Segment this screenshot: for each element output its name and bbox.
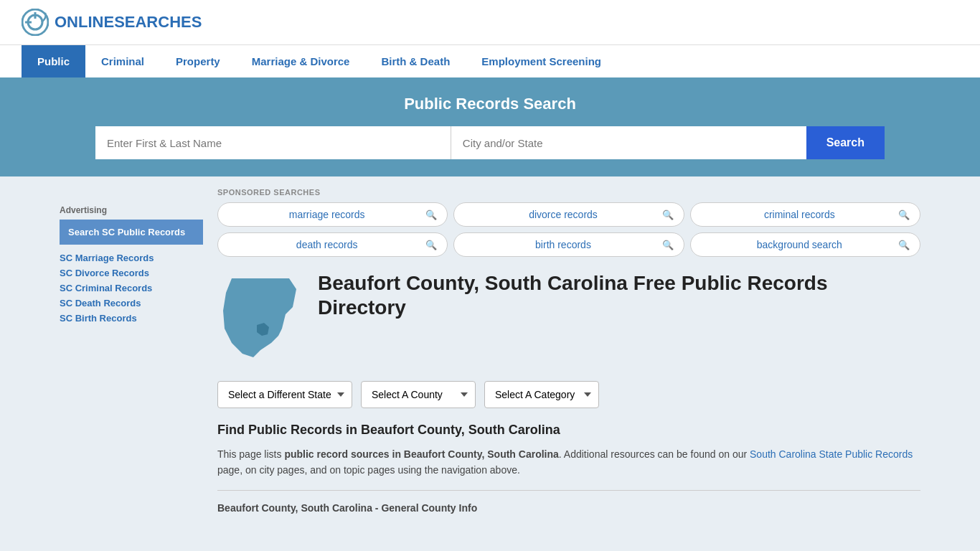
name-input[interactable] (95, 126, 451, 159)
section-divider (217, 490, 920, 491)
main-nav: Public Criminal Property Marriage & Divo… (0, 44, 980, 77)
search-icon-2: 🔍 (662, 209, 674, 220)
sidebar-link-marriage[interactable]: SC Marriage Records (60, 250, 203, 265)
sponsored-label: SPONSORED SEARCHES (217, 188, 920, 197)
pill-marriage-text: marriage records (228, 209, 425, 220)
pill-birth-text: birth records (464, 239, 661, 250)
pill-death-text: death records (228, 239, 425, 250)
state-dropdown[interactable]: Select a Different State (217, 381, 352, 408)
nav-item-employment[interactable]: Employment Screening (466, 45, 617, 77)
pill-divorce-text: divorce records (464, 209, 661, 220)
search-icon-3: 🔍 (898, 209, 910, 220)
pill-marriage[interactable]: marriage records 🔍 (217, 202, 448, 227)
pill-background[interactable]: background search 🔍 (690, 232, 920, 257)
sc-state-link[interactable]: South Carolina State Public Records (750, 448, 913, 460)
search-icon-1: 🔍 (425, 209, 437, 220)
nav-item-property[interactable]: Property (160, 45, 236, 77)
search-bar: Search (95, 126, 885, 159)
county-section: Beaufort County, South Carolina Free Pub… (217, 271, 920, 367)
sidebar-link-birth[interactable]: SC Birth Records (60, 311, 203, 326)
pill-death[interactable]: death records 🔍 (217, 232, 448, 257)
state-map (217, 271, 303, 367)
nav-item-public[interactable]: Public (22, 45, 85, 77)
main-content: SPONSORED SEARCHES marriage records 🔍 di… (203, 176, 920, 528)
hero-title: Public Records Search (22, 95, 958, 113)
county-title: Beaufort County, South Carolina Free Pub… (318, 271, 920, 319)
search-icon-4: 🔍 (425, 240, 437, 250)
find-description: This page lists public record sources in… (217, 446, 920, 479)
logo-text: ONLINESEARCHES (55, 13, 202, 32)
sidebar-link-death[interactable]: SC Death Records (60, 296, 203, 311)
dropdowns: Select a Different State Select A County… (217, 381, 920, 408)
sidebar-ad-label: Advertising (60, 205, 203, 215)
sidebar-link-criminal[interactable]: SC Criminal Records (60, 281, 203, 296)
pill-birth[interactable]: birth records 🔍 (453, 232, 684, 257)
nav-item-birth-death[interactable]: Birth & Death (365, 45, 466, 77)
pill-criminal[interactable]: criminal records 🔍 (690, 202, 920, 227)
general-info-label: Beaufort County, South Carolina - Genera… (217, 502, 920, 514)
pill-divorce[interactable]: divorce records 🔍 (453, 202, 684, 227)
sidebar-links: SC Marriage Records SC Divorce Records S… (60, 250, 203, 326)
pill-criminal-text: criminal records (701, 209, 898, 220)
search-icon-5: 🔍 (662, 240, 674, 250)
find-title: Find Public Records in Beaufort County, … (217, 423, 920, 438)
nav-item-marriage-divorce[interactable]: Marriage & Divorce (236, 45, 366, 77)
header: ONLINESEARCHES (0, 0, 980, 44)
search-pills: marriage records 🔍 divorce records 🔍 cri… (217, 202, 920, 257)
county-dropdown[interactable]: Select A County (361, 381, 476, 408)
nav-item-criminal[interactable]: Criminal (85, 45, 160, 77)
category-dropdown[interactable]: Select A Category (484, 381, 599, 408)
content-wrap: Advertising Search SC Public Records SC … (45, 176, 935, 528)
hero-section: Public Records Search Search (0, 77, 980, 176)
logo: ONLINESEARCHES (22, 9, 202, 36)
logo-icon (22, 9, 49, 36)
pill-background-text: background search (701, 239, 898, 250)
location-input[interactable] (451, 126, 806, 159)
sidebar: Advertising Search SC Public Records SC … (60, 176, 203, 528)
search-button[interactable]: Search (806, 126, 885, 159)
search-icon-6: 🔍 (898, 240, 910, 250)
sidebar-ad-item[interactable]: Search SC Public Records (60, 220, 203, 245)
sidebar-link-divorce[interactable]: SC Divorce Records (60, 265, 203, 281)
